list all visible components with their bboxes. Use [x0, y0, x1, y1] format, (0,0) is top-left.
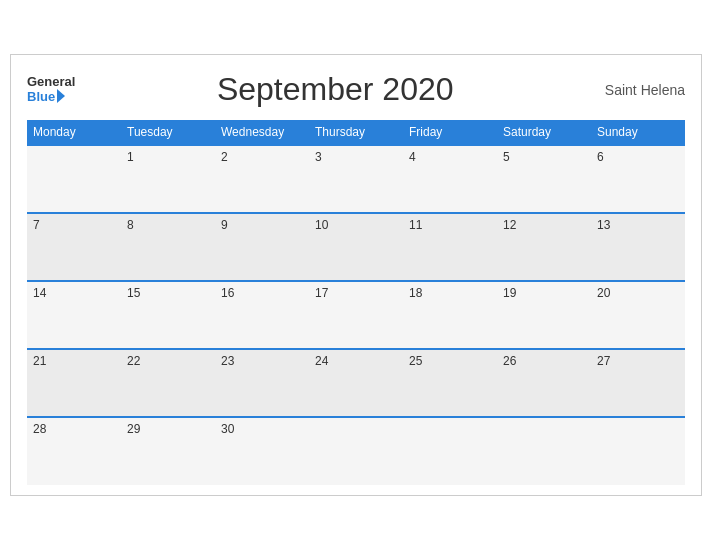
week-row-5: 282930 — [27, 417, 685, 485]
day-number: 22 — [127, 354, 140, 368]
calendar-cell: 25 — [403, 349, 497, 417]
week-row-2: 78910111213 — [27, 213, 685, 281]
calendar-cell: 13 — [591, 213, 685, 281]
calendar-cell: 30 — [215, 417, 309, 485]
calendar-cell: 15 — [121, 281, 215, 349]
day-number: 21 — [33, 354, 46, 368]
days-header-row: MondayTuesdayWednesdayThursdayFridaySatu… — [27, 120, 685, 145]
calendar-cell: 9 — [215, 213, 309, 281]
calendar-cell: 3 — [309, 145, 403, 213]
calendar-cell: 8 — [121, 213, 215, 281]
calendar-cell: 6 — [591, 145, 685, 213]
calendar-cell: 26 — [497, 349, 591, 417]
day-number: 19 — [503, 286, 516, 300]
calendar-cell: 19 — [497, 281, 591, 349]
calendar-cell: 7 — [27, 213, 121, 281]
calendar-cell: 10 — [309, 213, 403, 281]
day-number: 6 — [597, 150, 604, 164]
calendar-cell: 24 — [309, 349, 403, 417]
calendar-cell: 29 — [121, 417, 215, 485]
calendar-cell — [591, 417, 685, 485]
calendar-cell: 21 — [27, 349, 121, 417]
calendar-grid: MondayTuesdayWednesdayThursdayFridaySatu… — [27, 120, 685, 485]
day-number: 3 — [315, 150, 322, 164]
calendar-cell: 2 — [215, 145, 309, 213]
day-number: 4 — [409, 150, 416, 164]
day-number: 7 — [33, 218, 40, 232]
calendar-cell: 20 — [591, 281, 685, 349]
day-number: 26 — [503, 354, 516, 368]
calendar-cell — [403, 417, 497, 485]
logo-blue-text: Blue — [27, 89, 55, 104]
logo-area: General Blue — [27, 75, 75, 104]
day-number: 12 — [503, 218, 516, 232]
calendar-cell — [497, 417, 591, 485]
day-number: 23 — [221, 354, 234, 368]
day-number: 25 — [409, 354, 422, 368]
week-row-3: 14151617181920 — [27, 281, 685, 349]
day-number: 30 — [221, 422, 234, 436]
logo-triangle-icon — [57, 89, 65, 103]
calendar-cell: 27 — [591, 349, 685, 417]
calendar-cell: 28 — [27, 417, 121, 485]
calendar-cell: 4 — [403, 145, 497, 213]
calendar-header: General Blue September 2020 Saint Helena — [27, 71, 685, 108]
region-label: Saint Helena — [595, 82, 685, 98]
calendar-cell: 5 — [497, 145, 591, 213]
calendar-cell — [27, 145, 121, 213]
day-number: 2 — [221, 150, 228, 164]
day-header-friday: Friday — [403, 120, 497, 145]
day-number: 29 — [127, 422, 140, 436]
day-number: 16 — [221, 286, 234, 300]
week-row-1: 123456 — [27, 145, 685, 213]
calendar-cell: 11 — [403, 213, 497, 281]
day-number: 15 — [127, 286, 140, 300]
calendar-cell: 22 — [121, 349, 215, 417]
calendar-cell — [309, 417, 403, 485]
day-number: 5 — [503, 150, 510, 164]
day-number: 11 — [409, 218, 422, 232]
calendar-cell: 17 — [309, 281, 403, 349]
day-number: 8 — [127, 218, 134, 232]
calendar-title: September 2020 — [75, 71, 595, 108]
day-number: 28 — [33, 422, 46, 436]
calendar-cell: 14 — [27, 281, 121, 349]
day-header-thursday: Thursday — [309, 120, 403, 145]
day-header-monday: Monday — [27, 120, 121, 145]
day-header-sunday: Sunday — [591, 120, 685, 145]
calendar-cell: 23 — [215, 349, 309, 417]
day-header-tuesday: Tuesday — [121, 120, 215, 145]
day-number: 17 — [315, 286, 328, 300]
week-row-4: 21222324252627 — [27, 349, 685, 417]
calendar-cell: 1 — [121, 145, 215, 213]
day-number: 9 — [221, 218, 228, 232]
calendar-container: General Blue September 2020 Saint Helena… — [10, 54, 702, 496]
day-number: 27 — [597, 354, 610, 368]
day-number: 14 — [33, 286, 46, 300]
logo-general-text: General — [27, 75, 75, 89]
day-number: 1 — [127, 150, 134, 164]
calendar-cell: 16 — [215, 281, 309, 349]
day-header-wednesday: Wednesday — [215, 120, 309, 145]
calendar-cell: 18 — [403, 281, 497, 349]
day-number: 24 — [315, 354, 328, 368]
logo-blue-area: Blue — [27, 89, 65, 104]
day-number: 18 — [409, 286, 422, 300]
day-header-saturday: Saturday — [497, 120, 591, 145]
day-number: 10 — [315, 218, 328, 232]
day-number: 13 — [597, 218, 610, 232]
calendar-cell: 12 — [497, 213, 591, 281]
day-number: 20 — [597, 286, 610, 300]
